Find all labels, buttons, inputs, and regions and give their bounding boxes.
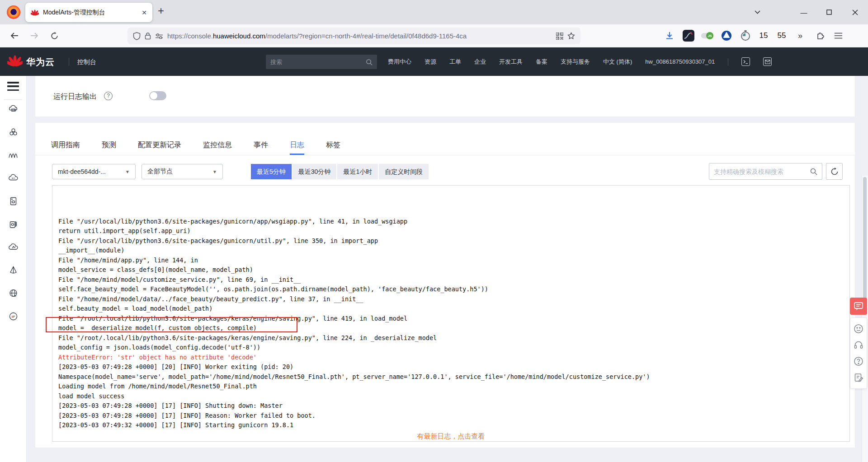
tab-item[interactable]: 调用指南 (51, 135, 80, 155)
shield-icon[interactable] (133, 32, 141, 40)
tab-item[interactable]: 事件 (254, 135, 268, 155)
time-range-button[interactable]: 自定义时间段 (379, 164, 429, 179)
extension-badge-15[interactable]: 15 (755, 24, 772, 47)
header-nav-item[interactable]: 中文 (简体) (603, 58, 632, 66)
dark-extension-icon[interactable] (680, 24, 697, 47)
download-icon[interactable] (661, 24, 678, 47)
header-nav-item[interactable]: 企业 (474, 58, 486, 66)
extensions-overflow-icon[interactable]: » (792, 24, 808, 47)
tab-item[interactable]: 日志 (290, 135, 304, 155)
terminal-icon[interactable] (741, 57, 750, 66)
log-line: [2023-05-03 07:49:28 +0000] [17] [INFO] … (58, 411, 849, 421)
extension-badge-55[interactable]: 55 (774, 24, 790, 47)
window-minimize-button[interactable]: — (794, 0, 813, 24)
tab-list-chevron-icon[interactable] (748, 0, 767, 24)
log-line: File "/usr/local/lib/python3.6/site-pack… (58, 236, 849, 246)
ip-circle-icon[interactable]: IP (8, 311, 19, 322)
tab-close-icon[interactable]: ✕ (142, 9, 147, 16)
log-line: Loading model from /home/mind/model/Resn… (58, 382, 849, 392)
chevron-down-icon: ▼ (212, 169, 217, 174)
puzzle-icon[interactable] (812, 24, 828, 47)
brand-title[interactable]: 华为云 (26, 56, 55, 68)
refresh-button[interactable] (826, 163, 843, 180)
search-icon[interactable] (366, 59, 373, 65)
search-icon[interactable] (810, 168, 817, 175)
console-link[interactable]: 控制台 (77, 58, 96, 66)
log-line: AttributeError: 'str' object has no attr… (58, 353, 849, 363)
cloud-dashboard-icon[interactable] (8, 173, 19, 183)
waves-icon[interactable] (8, 150, 19, 160)
log-viewer[interactable]: File "/usr/local/lib/python3.6/site-pack… (52, 185, 850, 442)
url-text: https://console.huaweicloud.com/modelart… (167, 32, 552, 40)
back-icon[interactable] (6, 24, 23, 47)
new-log-link[interactable]: 有最新日志，点击查看 (417, 432, 485, 440)
header-search-input[interactable] (270, 59, 366, 65)
window-maximize-button[interactable] (820, 0, 839, 24)
header-search-box[interactable] (266, 55, 377, 69)
smiley-icon[interactable] (853, 323, 864, 334)
huawei-console-header: 华为云 控制台 费用中心资源工单企业开发工具备案支持与服务中文 (简体) hw_… (0, 47, 868, 76)
feedback-chat-button[interactable] (850, 298, 867, 315)
log-line: [2023-05-03 07:49:32 +0000] [17] [INFO] … (58, 420, 849, 430)
menu-icon[interactable] (830, 24, 846, 47)
qr-code-icon[interactable] (556, 33, 563, 40)
forward-icon[interactable] (26, 24, 42, 47)
log-search-box[interactable] (709, 163, 822, 180)
huawei-logo-icon[interactable] (7, 54, 23, 68)
cloud-server-icon[interactable] (8, 104, 19, 114)
help-question-icon[interactable]: ? (104, 92, 113, 100)
svg-text:w: w (14, 294, 17, 297)
log-line: self.beauty_model = load_model(model_pat… (58, 304, 849, 314)
run-log-toggle[interactable] (149, 91, 166, 100)
header-nav-item[interactable]: 工单 (449, 58, 461, 66)
js-toggle-extension-icon[interactable]: JS (699, 24, 716, 47)
log-line: File "/root/.local/lib/python3.6/site-pa… (58, 333, 849, 343)
detail-panel: 调用指南预测配置更新记录监控信息事件日志标签 mkt-dee564dd-...▼… (35, 123, 855, 448)
dataset-cards-icon[interactable] (8, 219, 19, 229)
header-nav-item[interactable]: 费用中心 (388, 58, 411, 66)
firefox-icon[interactable] (7, 5, 20, 19)
time-range-button[interactable]: 最近5分钟 (251, 164, 292, 179)
prism-icon[interactable] (8, 265, 19, 275)
user-id[interactable]: hw_008618750930307_01 (645, 58, 715, 65)
log-line: Namespace(model_name='serve', model_path… (58, 372, 849, 382)
header-nav-item[interactable]: 开发工具 (499, 58, 523, 66)
node-dropdown[interactable]: 全部节点▼ (142, 164, 223, 179)
mail-icon[interactable] (763, 57, 772, 66)
tab-item[interactable]: 预测 (102, 135, 116, 155)
vpn-ball-extension-icon[interactable] (718, 24, 735, 47)
cloud-deploy-icon[interactable] (8, 242, 19, 252)
bookmark-star-icon[interactable] (567, 32, 575, 40)
log-search-input[interactable] (714, 168, 810, 175)
log-line: File "/home/mind/app.py", line 144, in (58, 256, 849, 266)
reload-icon[interactable] (46, 24, 62, 47)
nav-menu-burger-icon[interactable] (7, 82, 19, 91)
detail-tabs: 调用指南预测配置更新记录监控信息事件日志标签 (35, 135, 855, 155)
tab-item[interactable]: 标签 (326, 135, 340, 155)
time-range-button[interactable]: 最近1小时 (337, 164, 378, 179)
headset-icon[interactable] (853, 340, 864, 350)
molecule-icon[interactable] (8, 127, 19, 137)
header-nav-item[interactable]: 支持与服务 (561, 58, 590, 66)
log-lines: File "/usr/local/lib/python3.6/site-pack… (52, 186, 849, 442)
header-nav-item[interactable]: 备案 (536, 58, 547, 66)
globe-web-icon[interactable]: w (8, 288, 19, 299)
log-line: File "/usr/local/lib/python3.6/site-pack… (58, 217, 849, 227)
survey-edit-icon[interactable] (853, 372, 864, 383)
notebook-card-icon[interactable] (8, 196, 19, 206)
stopwatch-extension-icon[interactable] (737, 24, 754, 47)
time-range-button[interactable]: 最近30分钟 (292, 164, 337, 179)
browser-tab[interactable]: ModelArts-管理控制台 ✕ (25, 3, 152, 22)
scrollbar-thumb[interactable] (863, 177, 867, 308)
lock-icon[interactable] (145, 32, 151, 40)
permissions-icon[interactable] (155, 33, 163, 39)
url-bar[interactable]: https://console.huaweicloud.com/modelart… (127, 28, 580, 44)
new-tab-button[interactable]: + (158, 5, 164, 17)
tab-item[interactable]: 配置更新记录 (138, 135, 181, 155)
instance-dropdown[interactable]: mkt-dee564dd-...▼ (52, 164, 136, 179)
chevron-down-icon: ▼ (125, 169, 130, 174)
window-close-button[interactable] (845, 0, 864, 24)
tab-item[interactable]: 监控信息 (203, 135, 232, 155)
help-question-icon[interactable] (853, 356, 864, 367)
header-nav-item[interactable]: 资源 (425, 58, 436, 66)
